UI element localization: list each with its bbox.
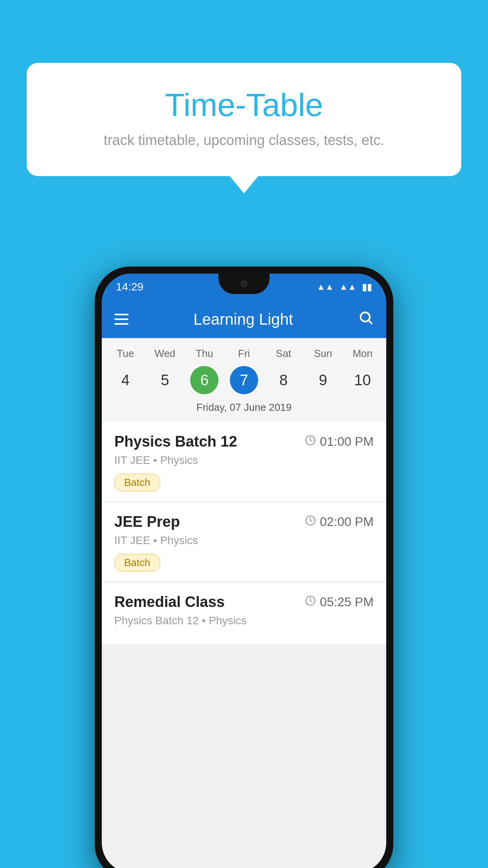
tooltip-card: Time-Table track timetable, upcoming cla… — [27, 63, 461, 176]
day-6-today[interactable]: 6 — [190, 366, 218, 394]
search-icon[interactable] — [358, 310, 374, 329]
app-title: Learning Light — [139, 311, 347, 328]
schedule-item-2-time: 02:00 PM — [305, 515, 374, 529]
schedule-item-1-header: Physics Batch 12 01:00 PM — [114, 433, 374, 450]
signal-icon: ▲ — [339, 282, 356, 292]
schedule-item-2-title: JEE Prep — [114, 513, 180, 530]
notch — [218, 274, 270, 294]
schedule-item-1[interactable]: Physics Batch 12 01:00 PM IIT JEE • Phys… — [102, 422, 386, 501]
day-label-sat: Sat — [264, 344, 303, 363]
schedule-item-3[interactable]: Remedial Class 05:25 PM Physics Batch 12… — [102, 583, 386, 644]
day-4[interactable]: 4 — [106, 366, 145, 394]
phone-frame: 14:29 ▲ ▲ ▮ Learning Light — [95, 267, 393, 868]
schedule-item-3-time-text: 05:25 PM — [320, 595, 374, 609]
day-9[interactable]: 9 — [303, 366, 343, 394]
day-label-sun: Sun — [303, 344, 343, 363]
day-label-wed: Wed — [145, 344, 185, 363]
clock-icon-3 — [305, 595, 316, 609]
schedule-item-2[interactable]: JEE Prep 02:00 PM IIT JEE • Physics Batc… — [102, 502, 386, 581]
day-8[interactable]: 8 — [264, 366, 303, 394]
day-numbers: 4 5 6 7 8 9 10 — [102, 363, 386, 397]
status-icons: ▲ ▲ ▮ — [317, 281, 372, 292]
day-label-tue: Tue — [106, 344, 145, 363]
app-bar: Learning Light — [102, 300, 386, 338]
schedule-item-2-badge: Batch — [114, 554, 160, 572]
selected-date-label: Friday, 07 June 2019 — [102, 397, 386, 419]
schedule-item-1-time: 01:00 PM — [305, 434, 374, 449]
calendar-strip: Tue Wed Thu Fri Sat Sun Mon 4 5 6 7 8 9 … — [102, 338, 386, 422]
day-7-selected[interactable]: 7 — [230, 366, 258, 394]
schedule-item-3-time: 05:25 PM — [305, 595, 374, 609]
status-time: 14:29 — [116, 281, 143, 293]
schedule-item-3-title: Remedial Class — [114, 594, 225, 611]
schedule-item-3-subtitle: Physics Batch 12 • Physics — [114, 614, 374, 627]
day-label-fri: Fri — [224, 344, 264, 363]
tooltip-title: Time-Table — [46, 86, 442, 123]
schedule-item-1-badge: Batch — [114, 474, 160, 491]
clock-icon-1 — [305, 435, 316, 449]
day-5[interactable]: 5 — [145, 366, 185, 394]
hamburger-icon[interactable] — [114, 314, 128, 325]
camera-dot — [240, 280, 248, 287]
schedule-item-1-subtitle: IIT JEE • Physics — [114, 454, 374, 467]
schedule-item-1-title: Physics Batch 12 — [114, 433, 237, 450]
day-label-thu: Thu — [185, 344, 224, 363]
wifi-icon: ▲ — [317, 282, 334, 292]
svg-line-1 — [369, 320, 372, 323]
schedule-item-3-header: Remedial Class 05:25 PM — [114, 594, 374, 611]
clock-icon-2 — [305, 515, 316, 529]
day-labels: Tue Wed Thu Fri Sat Sun Mon — [102, 344, 386, 363]
schedule-item-2-subtitle: IIT JEE • Physics — [114, 534, 374, 547]
day-label-mon: Mon — [343, 344, 382, 363]
schedule-item-2-time-text: 02:00 PM — [320, 515, 374, 529]
status-bar: 14:29 ▲ ▲ ▮ — [102, 274, 386, 300]
schedule-item-1-time-text: 01:00 PM — [320, 434, 374, 449]
schedule-list: Physics Batch 12 01:00 PM IIT JEE • Phys… — [102, 422, 386, 644]
tooltip-subtitle: track timetable, upcoming classes, tests… — [46, 132, 442, 149]
schedule-item-2-header: JEE Prep 02:00 PM — [114, 513, 374, 530]
battery-icon: ▮ — [362, 281, 372, 292]
day-10[interactable]: 10 — [343, 366, 382, 394]
phone-screen: 14:29 ▲ ▲ ▮ Learning Light — [102, 274, 386, 868]
